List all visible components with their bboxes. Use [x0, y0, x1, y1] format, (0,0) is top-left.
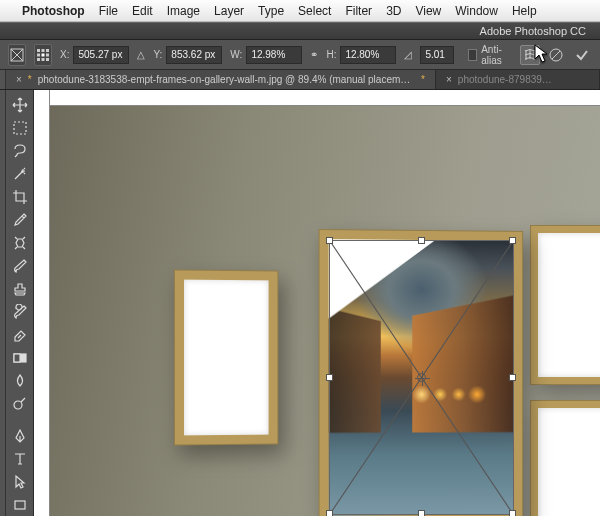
svg-rect-5: [42, 53, 45, 56]
svg-rect-2: [42, 49, 45, 52]
document-tab-active[interactable]: × * photodune-3183538-empt-frames-on-gal…: [6, 70, 436, 89]
gallery-frame-right-top: [530, 225, 600, 385]
gallery-frame-left: [174, 269, 278, 445]
svg-rect-16: [15, 501, 25, 509]
crop-tool[interactable]: [8, 186, 32, 207]
svg-rect-14: [14, 354, 20, 362]
y-field[interactable]: 853.62 px: [166, 46, 222, 64]
placed-image[interactable]: [329, 239, 514, 516]
svg-rect-1: [37, 49, 40, 52]
app-title-text: Adobe Photoshop CC: [480, 25, 586, 37]
document-canvas[interactable]: [34, 90, 600, 516]
x-label: X:: [60, 49, 69, 60]
tool-panel: [6, 90, 34, 516]
w-label: W:: [230, 49, 242, 60]
menu-filter[interactable]: Filter: [345, 4, 372, 18]
options-bar: X:505.27 px △ Y:853.62 px W:12.98% ⚭ H:1…: [0, 40, 600, 70]
eraser-tool[interactable]: [8, 324, 32, 345]
clone-stamp-tool[interactable]: [8, 278, 32, 299]
tab-active-label: photodune-3183538-empt-frames-on-gallery…: [38, 74, 415, 85]
menu-3d[interactable]: 3D: [386, 4, 401, 18]
menu-window[interactable]: Window: [455, 4, 498, 18]
cancel-transform-button[interactable]: [546, 45, 566, 65]
svg-rect-7: [37, 58, 40, 61]
menu-file[interactable]: File: [99, 4, 118, 18]
menu-select[interactable]: Select: [298, 4, 331, 18]
svg-line-11: [552, 51, 560, 59]
ruler-vertical[interactable]: [34, 90, 50, 516]
h-label: H:: [326, 49, 336, 60]
svg-rect-6: [46, 53, 49, 56]
path-select-tool[interactable]: [8, 472, 32, 493]
gradient-tool[interactable]: [8, 347, 32, 368]
h-field[interactable]: 12.80%: [340, 46, 396, 64]
type-tool[interactable]: [8, 449, 32, 470]
tab-close-icon[interactable]: ×: [16, 74, 22, 85]
angle-icon: ◿: [404, 49, 412, 60]
angle-field[interactable]: 5.01: [420, 46, 453, 64]
svg-rect-3: [46, 49, 49, 52]
document-tab-bar: × * photodune-3183538-empt-frames-on-gal…: [0, 70, 600, 90]
svg-point-15: [14, 401, 22, 409]
gallery-frame-center: [319, 229, 524, 516]
svg-rect-4: [37, 53, 40, 56]
antialias-label: Anti-alias: [481, 44, 512, 66]
ruler-horizontal[interactable]: [34, 90, 600, 106]
brush-tool[interactable]: [8, 255, 32, 276]
warp-mode-button[interactable]: [520, 45, 540, 65]
tab-dirty-icon-right: *: [421, 74, 425, 85]
svg-rect-9: [46, 58, 49, 61]
menu-image[interactable]: Image: [167, 4, 200, 18]
place-tool-icon[interactable]: [8, 44, 26, 66]
menu-type[interactable]: Type: [258, 4, 284, 18]
tab-close-icon[interactable]: ×: [446, 74, 452, 85]
tab-dirty-icon: *: [28, 74, 32, 85]
rect-marquee-tool[interactable]: [8, 117, 32, 138]
magic-wand-tool[interactable]: [8, 163, 32, 184]
menu-view[interactable]: View: [415, 4, 441, 18]
blur-tool[interactable]: [8, 370, 32, 391]
menu-help[interactable]: Help: [512, 4, 537, 18]
menu-app-name[interactable]: Photoshop: [22, 4, 85, 18]
xy-delta-icon[interactable]: △: [137, 49, 145, 60]
x-field[interactable]: 505.27 px: [73, 46, 129, 64]
menu-layer[interactable]: Layer: [214, 4, 244, 18]
y-label: Y:: [153, 49, 162, 60]
spot-heal-tool[interactable]: [8, 232, 32, 253]
rectangle-tool[interactable]: [8, 495, 32, 516]
svg-rect-12: [14, 122, 26, 134]
menu-edit[interactable]: Edit: [132, 4, 153, 18]
link-wh-icon[interactable]: ⚭: [310, 49, 318, 60]
app-title-bar: Adobe Photoshop CC: [0, 22, 600, 40]
transform-reference-icon[interactable]: [34, 44, 52, 66]
w-field[interactable]: 12.98%: [246, 46, 302, 64]
antialias-checkbox[interactable]: [468, 49, 478, 61]
gallery-frame-right-bottom: [530, 400, 600, 516]
commit-transform-button[interactable]: [572, 45, 592, 65]
dodge-tool[interactable]: [8, 393, 32, 414]
move-tool[interactable]: [8, 94, 32, 115]
tab-inactive-label: photodune-879839…: [458, 74, 552, 85]
eyedropper-tool[interactable]: [8, 209, 32, 230]
mac-menubar[interactable]: Photoshop File Edit Image Layer Type Sel…: [0, 0, 600, 22]
workspace: [0, 90, 600, 516]
svg-rect-8: [42, 58, 45, 61]
lasso-tool[interactable]: [8, 140, 32, 161]
history-brush-tool[interactable]: [8, 301, 32, 322]
pen-tool[interactable]: [8, 426, 32, 447]
document-tab-inactive[interactable]: × photodune-879839…: [436, 70, 600, 89]
